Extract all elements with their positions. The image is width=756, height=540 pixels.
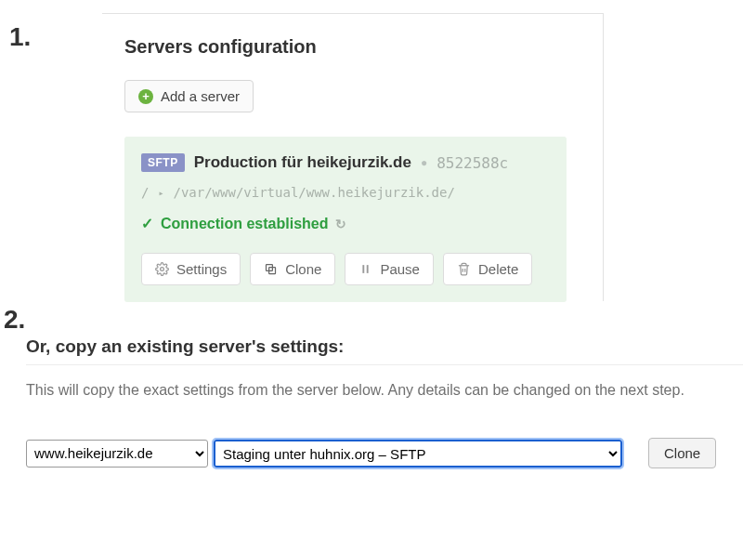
delete-button[interactable]: Delete bbox=[443, 253, 532, 285]
server-actions-row: Settings Clone Pause Delete bbox=[141, 253, 550, 285]
divider bbox=[26, 364, 743, 365]
commit-hash: 8522588c bbox=[437, 154, 508, 172]
step-1-label: 1. bbox=[9, 22, 31, 52]
step-2-label: 2. bbox=[4, 305, 25, 335]
copy-clone-button[interactable]: Clone bbox=[648, 438, 716, 468]
remote-path: /var/www/virtual/www.heikejurzik.de/ bbox=[173, 185, 454, 200]
server-card: SFTP Production für heikejurzik.de ● 852… bbox=[124, 137, 567, 302]
plus-icon: + bbox=[138, 89, 153, 104]
delete-label: Delete bbox=[478, 261, 518, 277]
status-text: Connection established bbox=[161, 216, 328, 232]
refresh-icon[interactable]: ↻ bbox=[335, 217, 346, 231]
check-icon: ✓ bbox=[141, 215, 153, 232]
server-name: Production für heikejurzik.de bbox=[194, 153, 411, 172]
separator-dot: ● bbox=[421, 156, 427, 169]
settings-label: Settings bbox=[176, 261, 227, 277]
gear-icon bbox=[155, 262, 169, 276]
copy-form-row: www.heikejurzik.de Staging unter huhnix.… bbox=[26, 438, 743, 468]
server-select[interactable]: Staging unter huhnix.org – SFTP bbox=[214, 440, 622, 468]
add-server-button[interactable]: + Add a server bbox=[124, 80, 254, 112]
local-path: / bbox=[141, 185, 149, 200]
svg-rect-4 bbox=[367, 265, 369, 273]
svg-rect-3 bbox=[363, 265, 365, 273]
clone-icon bbox=[264, 262, 278, 276]
copy-settings-title: Or, copy an existing server's settings: bbox=[26, 336, 743, 357]
pause-button[interactable]: Pause bbox=[345, 253, 434, 285]
copy-settings-description: This will copy the exact settings from t… bbox=[26, 382, 743, 399]
copy-settings-panel: Or, copy an existing server's settings: … bbox=[26, 336, 743, 468]
connection-status: ✓ Connection established ↻ bbox=[141, 215, 550, 232]
clone-label: Clone bbox=[285, 261, 321, 277]
panel-title: Servers configuration bbox=[124, 36, 603, 58]
trash-icon bbox=[457, 262, 471, 276]
add-server-label: Add a server bbox=[161, 88, 240, 104]
protocol-badge: SFTP bbox=[141, 153, 185, 172]
settings-button[interactable]: Settings bbox=[141, 253, 241, 285]
clone-button[interactable]: Clone bbox=[250, 253, 335, 285]
path-row: / ▸ /var/www/virtual/www.heikejurzik.de/ bbox=[141, 185, 550, 200]
pause-icon bbox=[358, 262, 372, 276]
pause-label: Pause bbox=[380, 261, 420, 277]
path-arrow-icon: ▸ bbox=[158, 188, 163, 198]
svg-point-0 bbox=[161, 268, 164, 271]
server-card-header: SFTP Production für heikejurzik.de ● 852… bbox=[141, 153, 550, 172]
servers-configuration-panel: Servers configuration + Add a server SFT… bbox=[102, 13, 604, 301]
repo-select[interactable]: www.heikejurzik.de bbox=[26, 440, 208, 468]
